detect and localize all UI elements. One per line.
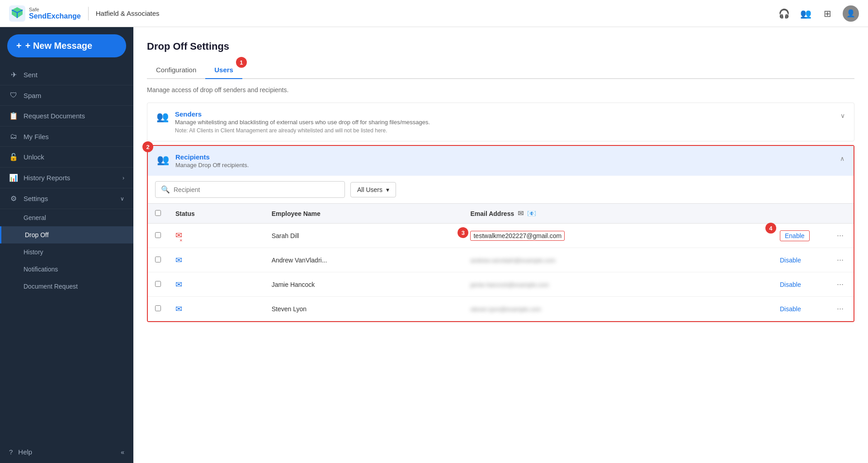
row2-email-cell: andrew.vanvladri@example.com: [463, 248, 773, 272]
row2-more-button[interactable]: ···: [834, 254, 846, 266]
recipients-accordion-header[interactable]: 👥 Recipients Manage Drop Off recipients.…: [148, 146, 854, 176]
email-send-icon[interactable]: ✉: [518, 209, 524, 218]
sidebar-item-history-reports[interactable]: 📊 History Reports ›: [0, 168, 133, 188]
search-box[interactable]: 🔍: [155, 181, 345, 198]
sidebar-sub-notifications[interactable]: Notifications: [0, 261, 133, 278]
header-company: Hatfield & Associates: [96, 9, 160, 17]
logo-icon: [9, 5, 25, 22]
sidebar-item-settings[interactable]: ⚙ Settings ∨: [0, 188, 133, 209]
senders-header-text: Senders Manage whitelisting and blacklis…: [175, 110, 834, 134]
history-reports-icon: 📊: [9, 173, 18, 182]
row1-email-badge: 3: [458, 227, 468, 238]
tabs-bar: Configuration 1 Users: [147, 61, 854, 79]
row4-checkbox[interactable]: [155, 305, 161, 311]
sidebar-item-sent[interactable]: ✈ Sent: [0, 65, 133, 85]
senders-chevron-icon: ∨: [840, 112, 845, 119]
row3-disable-button[interactable]: Disable: [780, 281, 801, 288]
main-layout: + + New Message ✈ Sent 🛡 Spam 📋 Request …: [0, 27, 868, 463]
th-action: [773, 204, 827, 224]
new-message-plus-icon: +: [16, 41, 22, 51]
header-icons: 🎧 👥 ⊞ 👤: [778, 5, 859, 22]
tab-configuration[interactable]: Configuration: [147, 61, 205, 79]
recipients-table: Status Employee Name Email Address ✉ 📧: [148, 203, 854, 321]
sidebar-history-label: History: [24, 248, 43, 256]
table-row: ✉ Steven Lyon steven.lyon@example.com Di…: [148, 297, 854, 321]
sidebar-sub-history[interactable]: History: [0, 243, 133, 261]
search-input[interactable]: [174, 186, 339, 193]
row1-checkbox[interactable]: [155, 232, 161, 238]
people-icon[interactable]: 👥: [799, 7, 812, 20]
row3-more-button[interactable]: ···: [834, 279, 846, 290]
row4-more-button[interactable]: ···: [834, 303, 846, 314]
sidebar-sub-general[interactable]: General: [0, 209, 133, 226]
email-receive-icon[interactable]: 📧: [527, 209, 536, 218]
table-row: ✉ Andrew VanVladri... andrew.vanvladri@e…: [148, 248, 854, 272]
row2-more-cell: ···: [827, 248, 854, 272]
unlock-icon: 🔓: [9, 153, 18, 161]
row1-email-cell: 3 testwalkme202227@gmail.com: [463, 224, 773, 248]
row3-checkbox[interactable]: [155, 281, 161, 287]
headset-icon[interactable]: 🎧: [778, 7, 790, 20]
grid-icon[interactable]: ⊞: [821, 7, 834, 20]
dropdown-label: All Users: [357, 186, 382, 193]
sidebar-request-docs-label: Request Documents: [24, 112, 85, 120]
row1-more-cell: ···: [827, 224, 854, 248]
sidebar-item-unlock[interactable]: 🔓 Unlock: [0, 147, 133, 168]
sidebar-help-label: Help: [18, 448, 32, 456]
logo-safe-text: Safe: [29, 7, 81, 12]
sidebar-item-spam[interactable]: 🛡 Spam: [0, 85, 133, 106]
th-status: Status: [168, 204, 264, 224]
tab-users[interactable]: 1 Users: [205, 61, 242, 79]
row4-status: ✉: [168, 297, 264, 321]
recipients-header-text: Recipients Manage Drop Off recipients.: [175, 153, 834, 168]
users-filter-dropdown[interactable]: All Users ▾: [350, 182, 396, 197]
row2-checkbox[interactable]: [155, 257, 161, 262]
new-message-button[interactable]: + + New Message: [7, 34, 126, 57]
table-row: ✉ Jamie Hancock jamie.hancock@example.co…: [148, 272, 854, 297]
row4-checkbox-cell: [148, 297, 168, 321]
dropdown-arrow-icon: ▾: [386, 186, 389, 193]
request-docs-icon: 📋: [9, 112, 18, 120]
select-all-checkbox[interactable]: [155, 210, 161, 216]
row2-employee-name: Andrew VanVladri...: [264, 248, 463, 272]
table-row: ✉✕ Sarah Dill 3 testwalkme202227@gmail.c…: [148, 224, 854, 248]
sidebar-item-my-files[interactable]: 🗂 My Files: [0, 126, 133, 147]
th-email-address: Email Address ✉ 📧: [463, 204, 773, 224]
row1-action-cell: 4 Enable: [773, 224, 827, 248]
row4-employee-name: Steven Lyon: [264, 297, 463, 321]
sidebar-document-request-label: Document Request: [24, 283, 78, 290]
sidebar-my-files-label: My Files: [24, 133, 49, 140]
sidebar-sub-drop-off[interactable]: Drop Off: [0, 226, 133, 243]
row3-employee-name: Jamie Hancock: [264, 272, 463, 297]
row4-disable-button[interactable]: Disable: [780, 305, 801, 313]
page-title: Drop Off Settings: [147, 41, 854, 52]
filter-row: 🔍 All Users ▾: [148, 176, 854, 203]
collapse-icon: «: [121, 449, 124, 456]
avatar-icon[interactable]: 👤: [843, 5, 859, 22]
header-divider: [88, 7, 89, 20]
th-more: [827, 204, 854, 224]
row2-disable-button[interactable]: Disable: [780, 257, 801, 264]
history-reports-arrow: ›: [123, 175, 124, 181]
recipients-subtitle: Manage Drop Off recipients.: [175, 162, 834, 168]
row3-checkbox-cell: [148, 272, 168, 297]
row1-enable-button[interactable]: Enable: [780, 230, 810, 241]
new-message-label: + New Message: [25, 41, 92, 51]
senders-title: Senders: [175, 110, 834, 118]
senders-icon: 👥: [156, 111, 169, 123]
senders-note: Note: All Clients in Client Management a…: [175, 127, 834, 134]
sidebar-help[interactable]: ? Help «: [0, 441, 133, 463]
senders-accordion-header[interactable]: 👥 Senders Manage whitelisting and blackl…: [147, 103, 854, 141]
row3-status: ✉: [168, 272, 264, 297]
logo-text: Safe SendExchange: [29, 7, 81, 20]
sidebar-spam-label: Spam: [24, 92, 41, 99]
sidebar-history-reports-label: History Reports: [24, 174, 70, 182]
row1-more-button[interactable]: ···: [834, 230, 846, 241]
spam-icon: 🛡: [9, 91, 18, 99]
header: Safe SendExchange Hatfield & Associates …: [0, 0, 868, 27]
row4-action-cell: Disable: [773, 297, 827, 321]
status-enabled-icon: ✉: [175, 256, 182, 265]
sidebar-sub-document-request[interactable]: Document Request: [0, 278, 133, 295]
sidebar-item-request-documents[interactable]: 📋 Request Documents: [0, 106, 133, 126]
row1-employee-name: Sarah Dill: [264, 224, 463, 248]
